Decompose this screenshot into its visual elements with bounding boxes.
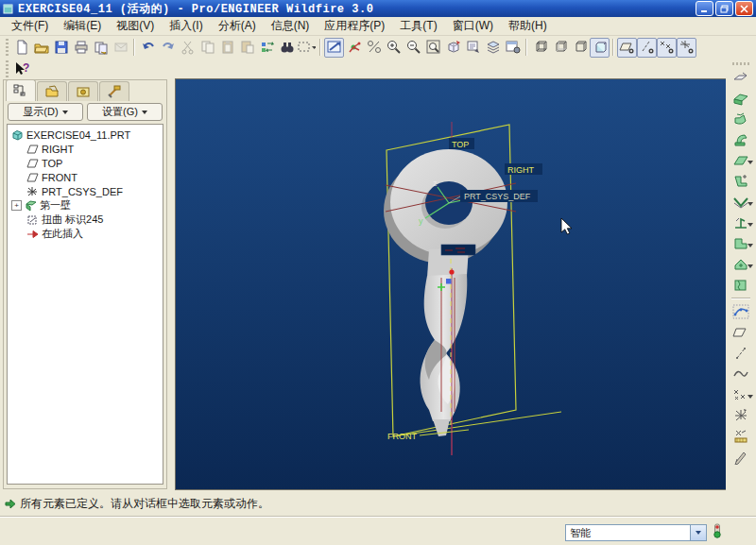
extrude-tool-button[interactable]: [730, 67, 752, 88]
settings-button[interactable]: 设置(G): [87, 103, 163, 121]
datum-axes-toggle[interactable]: [637, 38, 657, 58]
open-button[interactable]: [31, 38, 51, 58]
flange-wall-tool-button[interactable]: [730, 171, 752, 192]
toolbar-grip[interactable]: [6, 39, 9, 56]
spin-center-button[interactable]: [344, 38, 364, 58]
right-label[interactable]: RIGHT: [507, 165, 535, 175]
menu-window[interactable]: 窗口(W): [445, 16, 501, 36]
shaded-button[interactable]: [590, 38, 610, 58]
find-button[interactable]: [277, 38, 297, 58]
zoom-out-button[interactable]: [404, 38, 423, 58]
send-mail-button[interactable]: [111, 38, 130, 58]
saved-views-button[interactable]: [463, 38, 483, 58]
datum-axis-tool-button[interactable]: [730, 343, 752, 364]
select-box-button[interactable]: [297, 38, 317, 58]
new-file-button[interactable]: [11, 38, 31, 58]
blue-drag-handle[interactable]: [446, 279, 452, 284]
menu-tools[interactable]: 工具(T): [392, 16, 444, 36]
dropdown-arrow-icon[interactable]: [747, 264, 753, 268]
coordinate-system-tool-button[interactable]: [730, 405, 752, 426]
copy-button[interactable]: [198, 38, 217, 58]
tree-item-front[interactable]: FRONT: [11, 170, 163, 184]
menu-edit[interactable]: 编辑(E): [56, 16, 109, 36]
datum-plane-tool-button[interactable]: [730, 322, 752, 343]
reorient-button[interactable]: [443, 38, 463, 58]
layers-button[interactable]: [483, 38, 503, 58]
hidden-line-button[interactable]: [550, 38, 570, 58]
datum-point-tool-button[interactable]: [730, 384, 752, 405]
regenerate-button[interactable]: [257, 38, 277, 58]
menu-applications[interactable]: 应用程序(P): [317, 16, 392, 36]
print-button[interactable]: [71, 38, 91, 58]
form-tool-button[interactable]: [730, 254, 752, 275]
connections-tab[interactable]: [99, 81, 129, 101]
context-help-button[interactable]: ?: [11, 59, 31, 78]
unattached-wall-tool-button[interactable]: [730, 109, 752, 129]
sketch-tool-button[interactable]: [730, 426, 752, 447]
restore-button[interactable]: [715, 1, 733, 16]
menu-info[interactable]: 信息(N): [264, 16, 318, 36]
close-button[interactable]: [735, 1, 753, 16]
curve-through-points-button[interactable]: [730, 301, 752, 322]
wireframe-button[interactable]: [530, 38, 550, 58]
dropdown-arrow-icon[interactable]: [747, 223, 753, 227]
view-manager-button[interactable]: [503, 38, 523, 58]
red-drag-handle[interactable]: [449, 269, 454, 274]
tree-item-csys[interactable]: PRT_CSYS_DEF: [11, 184, 163, 198]
dropdown-arrow-icon[interactable]: [747, 395, 753, 399]
favorites-tab[interactable]: [68, 81, 98, 101]
dropdown-arrow-icon[interactable]: [747, 161, 753, 164]
bend-tool-button[interactable]: [730, 192, 752, 213]
menu-file[interactable]: 文件(F): [4, 16, 56, 36]
sketcher-tool-button[interactable]: [730, 447, 752, 468]
expand-icon[interactable]: +: [11, 200, 22, 211]
datum-csys-toggle[interactable]: [677, 38, 696, 58]
orient-mode-button[interactable]: [364, 38, 384, 58]
dropdown-arrow-icon[interactable]: [747, 244, 753, 247]
tree-root-row[interactable]: EXERCISE04_11.PRT: [11, 128, 163, 142]
dropdown-arrow-icon[interactable]: [747, 202, 753, 206]
paste-special-button[interactable]: [237, 38, 257, 58]
cut-button[interactable]: [178, 38, 198, 58]
tree-item-first-wall[interactable]: + 第一壁: [11, 198, 163, 213]
csys-label[interactable]: PRT_CSYS_DEF: [464, 192, 531, 201]
model-tree-tab[interactable]: [6, 79, 36, 101]
show-button[interactable]: 显示(D): [8, 103, 83, 121]
help-toolbar-grip[interactable]: [6, 60, 9, 77]
front-label[interactable]: FRONT: [387, 432, 417, 441]
tree-item-right[interactable]: RIGHT: [11, 142, 163, 156]
rip-tool-button[interactable]: [730, 275, 752, 296]
no-hidden-button[interactable]: [570, 38, 590, 58]
selection-filter-icon[interactable]: [713, 523, 722, 540]
menu-insert[interactable]: 插入(I): [162, 16, 210, 36]
graphics-area[interactable]: z y TOP RIGHT PRT_CSYS_DEF FRONT: [175, 78, 728, 490]
corner-relief-tool-button[interactable]: [730, 233, 752, 254]
curve-tool-button[interactable]: [730, 364, 752, 384]
paste-button[interactable]: [217, 38, 237, 58]
combo-dropdown-button[interactable]: [690, 525, 706, 540]
zoom-in-button[interactable]: [384, 38, 404, 58]
first-wall-tool-button[interactable]: [730, 88, 752, 109]
flat-wall-tool-button[interactable]: [730, 150, 752, 171]
tree-item-twist[interactable]: 扭曲 标识245: [11, 213, 163, 227]
tree-item-insert-here[interactable]: 在此插入: [11, 227, 163, 241]
menu-view[interactable]: 视图(V): [109, 16, 162, 36]
menu-help[interactable]: 帮助(H): [501, 16, 555, 36]
refit-button[interactable]: [423, 38, 443, 58]
save-button[interactable]: [51, 38, 71, 58]
selection-filter-combo[interactable]: 智能: [565, 524, 707, 541]
repaint-button[interactable]: [324, 38, 344, 58]
datum-points-toggle[interactable]: [657, 38, 677, 58]
top-label[interactable]: TOP: [452, 140, 469, 149]
undo-button[interactable]: [138, 38, 158, 58]
feature-toolbar-grip[interactable]: [732, 62, 749, 65]
layer-tree-tab[interactable]: [37, 81, 67, 101]
unbend-tool-button[interactable]: [730, 213, 752, 233]
partial-wall-tool-button[interactable]: [730, 129, 752, 150]
save-a-copy-button[interactable]: [91, 38, 111, 58]
minimize-button[interactable]: [696, 1, 713, 16]
menu-analysis[interactable]: 分析(A): [211, 16, 264, 36]
redo-button[interactable]: [158, 38, 178, 58]
datum-planes-toggle[interactable]: [617, 38, 637, 58]
tree-item-top[interactable]: TOP: [11, 156, 163, 170]
